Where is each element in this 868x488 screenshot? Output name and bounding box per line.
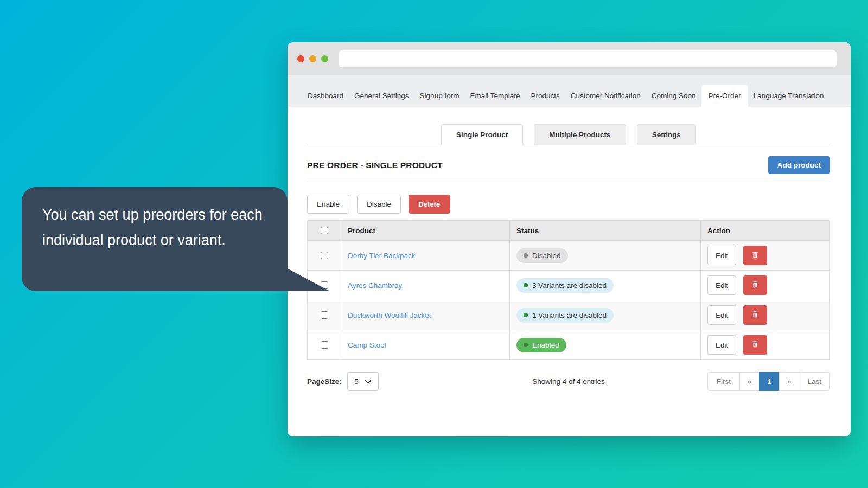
row-checkbox[interactable] bbox=[321, 252, 328, 259]
enable-button[interactable]: Enable bbox=[307, 195, 349, 214]
nav-tab-pre-order[interactable]: Pre-Order bbox=[701, 85, 748, 107]
tooltip-text: You can set up preorders for each indivi… bbox=[42, 207, 263, 248]
minimize-button[interactable] bbox=[309, 55, 316, 62]
trash-icon bbox=[751, 280, 759, 290]
nav-tab-language-translation[interactable]: Language Translation bbox=[748, 85, 829, 107]
column-header-action: Action bbox=[701, 221, 830, 241]
maximize-button[interactable] bbox=[321, 55, 328, 62]
delete-button[interactable]: Delete bbox=[409, 195, 450, 214]
table-row: Ayres Chambray 3 Variants are disabled E… bbox=[308, 271, 830, 300]
status-badge: Enabled bbox=[516, 338, 566, 352]
page-title: PRE ORDER - SINGLE PRODUCT bbox=[307, 160, 443, 170]
heading-row: PRE ORDER - SINGLE PRODUCT Add product bbox=[307, 156, 830, 174]
status-label: 3 Variants are disabled bbox=[532, 281, 607, 290]
table-row: Duckworth Woolfill Jacket 1 Variants are… bbox=[308, 300, 830, 330]
edit-button[interactable]: Edit bbox=[707, 305, 736, 325]
heading-divider bbox=[307, 182, 830, 182]
nav-tab-signup-form[interactable]: Signup form bbox=[414, 85, 465, 107]
column-header-status: Status bbox=[510, 221, 701, 241]
nav-tab-customer-notification[interactable]: Customer Notification bbox=[565, 85, 646, 107]
table-row: Derby Tier Backpack Disabled Edit bbox=[308, 241, 830, 271]
edit-button[interactable]: Edit bbox=[707, 335, 736, 355]
pagination-next[interactable]: » bbox=[779, 372, 800, 391]
nav-tab-dashboard[interactable]: Dashboard bbox=[302, 85, 349, 107]
product-link[interactable]: Camp Stool bbox=[348, 341, 386, 349]
status-badge: Disabled bbox=[516, 248, 568, 263]
row-checkbox[interactable] bbox=[321, 311, 328, 319]
delete-row-button[interactable] bbox=[743, 305, 767, 325]
select-all-checkbox[interactable] bbox=[321, 227, 328, 234]
traffic-lights bbox=[297, 55, 328, 62]
nav-tab-general-settings[interactable]: General Settings bbox=[349, 85, 414, 107]
status-label: Disabled bbox=[532, 252, 561, 260]
disable-button[interactable]: Disable bbox=[357, 195, 401, 214]
trash-icon bbox=[751, 340, 759, 350]
pagination-page-1[interactable]: 1 bbox=[759, 372, 780, 391]
table-footer: PageSize: 5 Showing 4 of 4 entries First… bbox=[307, 371, 830, 391]
column-header-product: Product bbox=[341, 221, 510, 241]
status-dot-icon bbox=[524, 283, 528, 287]
content-panel: Single Product Multiple Products Setting… bbox=[288, 124, 851, 391]
nav-tab-coming-soon[interactable]: Coming Soon bbox=[646, 85, 701, 107]
status-label: Enabled bbox=[532, 341, 559, 349]
tooltip-bubble: You can set up preorders for each indivi… bbox=[22, 187, 288, 291]
pagination-last[interactable]: Last bbox=[799, 372, 830, 391]
tab-single-product[interactable]: Single Product bbox=[441, 124, 523, 145]
status-dot-icon bbox=[524, 253, 528, 258]
pagination-prev[interactable]: « bbox=[739, 372, 760, 391]
pagination: First « 1 » Last bbox=[707, 372, 830, 391]
status-badge: 3 Variants are disabled bbox=[516, 278, 614, 293]
row-checkbox[interactable] bbox=[321, 341, 328, 349]
delete-row-button[interactable] bbox=[743, 335, 767, 355]
pagination-first[interactable]: First bbox=[707, 372, 740, 391]
delete-row-button[interactable] bbox=[743, 275, 767, 295]
trash-icon bbox=[751, 310, 759, 320]
table-row: Camp Stool Enabled Edit bbox=[308, 330, 830, 360]
delete-row-button[interactable] bbox=[743, 246, 767, 265]
address-bar[interactable] bbox=[339, 50, 837, 67]
nav-tab-products[interactable]: Products bbox=[525, 85, 565, 107]
products-table: Product Status Action Derby Tier Backpac… bbox=[307, 220, 830, 360]
product-link[interactable]: Duckworth Woolfill Jacket bbox=[348, 311, 431, 319]
add-product-button[interactable]: Add product bbox=[768, 156, 830, 174]
browser-chrome bbox=[288, 42, 851, 75]
trash-icon bbox=[751, 251, 759, 260]
browser-window: Dashboard General Settings Signup form E… bbox=[288, 42, 851, 436]
table-header-row: Product Status Action bbox=[308, 221, 830, 241]
status-dot-icon bbox=[524, 343, 528, 347]
nav-tab-email-template[interactable]: Email Template bbox=[464, 85, 525, 107]
status-dot-icon bbox=[524, 313, 528, 317]
sub-tabs: Single Product Multiple Products Setting… bbox=[307, 124, 830, 145]
product-link[interactable]: Derby Tier Backpack bbox=[348, 252, 416, 260]
tab-settings[interactable]: Settings bbox=[637, 124, 696, 145]
product-link[interactable]: Ayres Chambray bbox=[348, 281, 402, 290]
bulk-actions: Enable Disable Delete bbox=[307, 195, 830, 214]
main-nav: Dashboard General Settings Signup form E… bbox=[288, 75, 851, 107]
edit-button[interactable]: Edit bbox=[707, 275, 736, 295]
close-button[interactable] bbox=[297, 55, 304, 62]
tab-multiple-products[interactable]: Multiple Products bbox=[534, 124, 626, 145]
status-label: 1 Variants are disabled bbox=[532, 311, 607, 319]
status-badge: 1 Variants are disabled bbox=[516, 308, 614, 323]
edit-button[interactable]: Edit bbox=[707, 246, 736, 265]
